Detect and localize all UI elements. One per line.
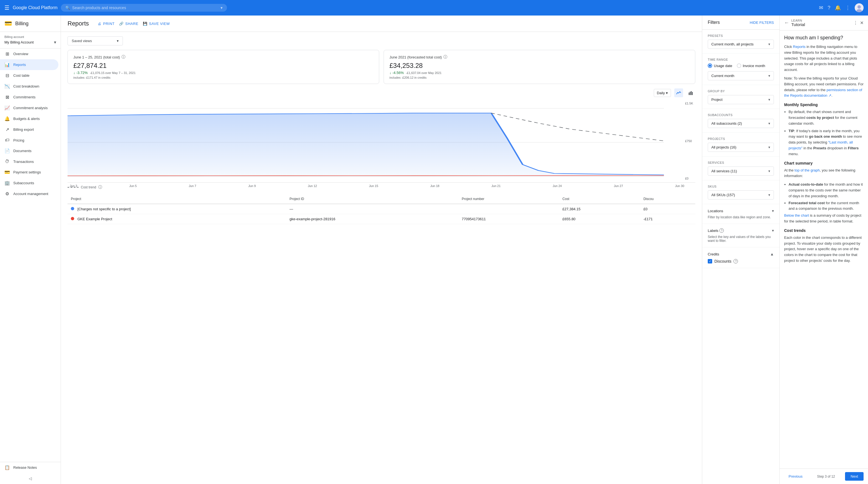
tutorial-back-icon[interactable]: ← [784,20,789,26]
nav-label-subaccounts: Subaccounts [13,181,34,185]
group-by-section: Group by Project ▾ [702,85,779,109]
y-label-top: £1.5K [685,102,693,105]
cell-project-id-0: — [286,204,458,214]
top-of-graph-link[interactable]: top of the graph [795,168,820,172]
presets-arrow-icon: ▾ [768,42,770,46]
content-area: Reports 🖨 PRINT 🔗 SHARE 💾 SAVE VIEW [61,16,868,484]
presets-value: Current month, all projects [711,42,753,46]
usage-date-radio[interactable]: Usage date [708,63,733,68]
skus-section: SKUs All SKUs (157) ▾ [702,180,779,204]
sidebar-item-budgets-alerts[interactable]: 🔔Budgets & alerts [0,113,58,124]
skus-arrow-icon: ▾ [768,193,770,197]
sidebar-item-billing-export[interactable]: ↗Billing export [0,124,58,135]
labels-title: Labels [708,229,718,233]
summary-card-forecast: June 2021 (forecasted total cost) ⓘ £34,… [383,50,695,84]
sidebar-item-transactions[interactable]: ⏱Transactions [0,156,58,167]
current-month-select[interactable]: Current month ▾ [708,71,774,80]
x-label-0: Jun 3 [70,184,77,188]
print-button[interactable]: 🖨 PRINT [98,22,115,26]
filters-panel: Filters HIDE FILTERS Presets Current mon… [702,16,779,484]
presets-section: Presets Current month, all projects ▾ [702,30,779,54]
discounts-help-icon[interactable]: ? [734,259,738,263]
previous-button[interactable]: Previous [784,472,807,481]
bar-chart-button[interactable] [686,88,695,97]
more-icon[interactable]: ⋮ [845,5,850,11]
labels-header[interactable]: Labels ? ▾ [708,228,774,233]
nav-icon-subaccounts: 🏢 [4,180,10,186]
tutorial-header-actions: ⋮ ✕ [853,20,864,26]
subaccounts-section: Subaccounts All subaccounts (2) ▾ [702,109,779,133]
expand-icon[interactable]: ▾ [221,5,222,10]
tutorial-reports-link[interactable]: Reports [793,45,806,49]
avatar[interactable] [855,3,864,12]
sidebar-item-overview[interactable]: ⊞Overview [0,49,58,59]
sidebar-item-commitment-analysis[interactable]: 📈Commitment analysis [0,103,58,113]
sidebar-item-reports[interactable]: 📊Reports [0,59,58,70]
table-container: Project Project ID Project number Cost D… [67,194,695,224]
x-label-3: Jun 9 [248,184,256,188]
summary-card-actual: June 1 – 25, 2021 (total cost) ⓘ £27,874… [67,50,379,84]
step-indicator: Step 3 of 12 [817,475,835,479]
summary-help-icon-1[interactable]: ⓘ [122,55,125,60]
share-button[interactable]: 🔗 SHARE [119,22,138,26]
nav-icon-billing-export: ↗ [4,127,10,132]
sidebar-item-account-management[interactable]: ⚙Account management [0,189,58,199]
sidebar-item-pricing[interactable]: 🏷Pricing [0,135,58,145]
tutorial-body: How much am I spending? Click Reports in… [780,30,868,468]
group-by-select[interactable]: Project ▾ [708,95,774,104]
skus-select[interactable]: All SKUs (157) ▾ [708,190,774,199]
invoice-month-label: Invoice month [743,64,765,68]
discounts-checkbox[interactable]: ✓ [708,259,712,263]
tutorial-footer: Previous Step 3 of 12 Next [780,468,868,484]
help-icon[interactable]: ? [828,5,830,11]
tutorial-more-icon[interactable]: ⋮ [853,20,858,26]
monthly-spending-item-1: By default, the chart shows current and … [788,109,864,126]
sidebar-item-cost-breakdown[interactable]: 📉Cost breakdown [0,81,58,92]
presets-select[interactable]: Current month, all projects ▾ [708,39,774,49]
labels-arrow-icon: ▾ [772,228,774,233]
change-detail-2: -£1,637.04 over May 2021 [406,71,441,75]
time-range-radio-group: Usage date Invoice month [708,63,774,68]
search-input[interactable] [72,5,217,10]
sidebar-item-commitments[interactable]: ⊠Commitments [0,92,58,103]
subaccounts-select[interactable]: All subaccounts (2) ▾ [708,119,774,128]
sidebar-item-payment-settings[interactable]: 💳Payment settings [0,167,58,178]
notifications-icon[interactable]: 🔔 [835,5,841,11]
credits-header[interactable]: Credits ▲ [708,252,774,256]
line-chart-button[interactable] [674,88,683,97]
next-button[interactable]: Next [845,472,864,481]
sidebar-collapse-button[interactable]: ◁ [0,473,61,484]
x-label-8: Jun 24 [553,184,562,188]
hide-filters-button[interactable]: HIDE FILTERS [750,21,774,25]
saved-views-button[interactable]: Saved views ▾ [67,36,123,46]
mail-icon[interactable]: ✉ [819,5,823,11]
save-view-button[interactable]: 💾 SAVE VIEW [143,22,170,26]
group-by-label: Group by [708,89,774,93]
projects-select[interactable]: All projects (16) ▾ [708,143,774,152]
sidebar-item-documents[interactable]: 📄Documents [0,145,58,156]
change-pct-2: -4.56% [393,70,404,75]
tutorial-permissions-link[interactable]: permissions section of the Reports docum… [784,88,862,98]
change-pct-1: -3.72% [76,70,88,75]
menu-icon[interactable]: ☰ [4,4,9,11]
tutorial-close-icon[interactable]: ✕ [860,20,864,26]
summary-help-icon-2[interactable]: ⓘ [443,55,447,60]
nav-icon-payment-settings: 💳 [4,170,10,175]
summary-period-1: June 1 – 25, 2021 (total cost) ⓘ [73,55,373,60]
sidebar-item-cost-table[interactable]: ⊟Cost table [0,70,58,81]
summary-change-2: ↓ -4.56% -£1,637.04 over May 2021 [390,70,689,75]
granularity-select[interactable]: Daily ▾ [654,89,671,97]
below-chart-link[interactable]: Below the chart [784,213,809,218]
invoice-month-radio[interactable]: Invoice month [737,63,765,68]
services-select[interactable]: All services (11) ▾ [708,167,774,176]
cost-trends-title: Cost trends [784,228,864,233]
locations-header[interactable]: Locations ▾ [708,209,774,213]
sidebar-item-subaccounts[interactable]: 🏢Subaccounts [0,178,58,189]
col-project: Project [67,194,286,204]
y-label-bottom: £0 [685,177,693,180]
topbar-actions: ✉ ? 🔔 ⋮ [819,3,864,12]
labels-help-icon[interactable]: ? [719,228,724,233]
sidebar-item-release-notes[interactable]: 📋 Release Notes [0,462,58,473]
billing-account-select[interactable]: My Billing Account ▾ [4,39,56,45]
nav-label-commitment-analysis: Commitment analysis [13,106,48,110]
